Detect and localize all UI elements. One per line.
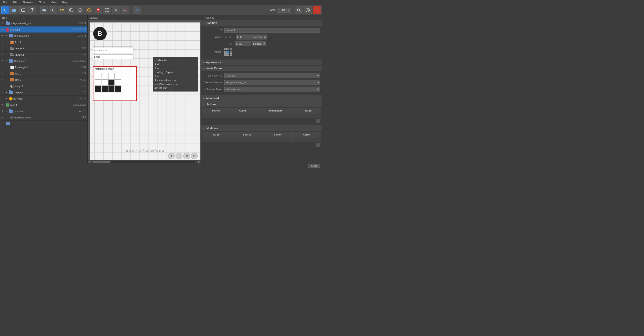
anchor-tr[interactable] bbox=[230, 48, 232, 50]
tools-tool[interactable] bbox=[313, 6, 321, 14]
tree-item-text2a[interactable]: 👁 T Text 2 ↓0,5 bbox=[0, 39, 88, 45]
tree-item-image2[interactable]: 👁 Image 2 ↓0,67 bbox=[0, 52, 88, 58]
tree-item-text2c[interactable]: 👁 T Text 2 ↓0,129 bbox=[0, 77, 88, 83]
advanced-section-header[interactable]: ▶ Advanced bbox=[201, 95, 322, 101]
tree-item-container1[interactable]: 👁 ▼ Container 1 ↓1.50%,3.00% bbox=[0, 58, 88, 64]
actions-section-header[interactable]: ▼ Actions bbox=[201, 101, 322, 107]
mod-factor-1[interactable] bbox=[263, 137, 293, 142]
tree-item-sdb-materials[interactable]: 👁 ▼ sdb_materials ↓15,271 bbox=[0, 33, 88, 39]
anchor-mc[interactable] bbox=[227, 51, 229, 53]
mat-cell-3[interactable] bbox=[108, 73, 114, 79]
mat-cell-2[interactable] bbox=[102, 73, 108, 79]
scrollbar-track[interactable] bbox=[92, 161, 196, 163]
action-action-1[interactable] bbox=[230, 113, 256, 118]
undo-tool[interactable]: ↩ bbox=[133, 6, 141, 14]
scroll-right[interactable]: ▶ bbox=[198, 160, 201, 163]
eye-icon[interactable]: 👁 bbox=[1, 85, 5, 87]
crosshair-tool[interactable] bbox=[76, 6, 84, 14]
rectangle-tool[interactable] bbox=[19, 6, 28, 14]
mat-cell-11[interactable] bbox=[108, 86, 114, 92]
mat-cell-8[interactable] bbox=[115, 79, 121, 86]
node-marker-section-header[interactable]: ▼ Node Marker bbox=[201, 65, 322, 71]
tree-item-text2b[interactable]: 👁 T Text 2 ↓0,95 bbox=[0, 70, 88, 77]
globe-tool[interactable] bbox=[67, 6, 75, 14]
appearance-section-header[interactable]: ▶ Appearance bbox=[201, 59, 322, 65]
tree-item-userdata[interactable]: 👁 ▼ userdata ◆0,-10 bbox=[0, 108, 88, 114]
canvas-content[interactable]: B <b>$(ut)</b> $(uo) material selection bbox=[88, 20, 201, 160]
anchor-mr[interactable] bbox=[230, 51, 232, 53]
menu-file[interactable]: File bbox=[2, 0, 8, 4]
anchor-ml[interactable] bbox=[224, 51, 227, 53]
pointer-tool[interactable] bbox=[49, 6, 57, 14]
mat-cell-5[interactable] bbox=[95, 79, 101, 86]
select-tool[interactable] bbox=[1, 6, 10, 14]
expand-icon[interactable]: ▶ bbox=[6, 91, 8, 94]
tree-item-image3[interactable]: 👁 Image 3 ↓0,30 bbox=[0, 45, 88, 52]
tree-content[interactable]: 👁 sdb_materials_not ↓15,271 👁 Marker 1 ↓… bbox=[0, 20, 88, 163]
x-unit-select[interactable]: percent px bbox=[252, 34, 267, 39]
anchor-bl[interactable] bbox=[224, 53, 227, 56]
menu-elements[interactable]: Elements bbox=[22, 0, 34, 4]
anchor-tc[interactable] bbox=[227, 48, 229, 50]
compass-tool[interactable] bbox=[85, 6, 93, 14]
add-action-button[interactable]: + bbox=[316, 119, 320, 123]
eye-icon[interactable]: 👁 bbox=[1, 41, 5, 43]
search-tool[interactable] bbox=[295, 6, 303, 14]
mod-target-1[interactable] bbox=[202, 137, 231, 142]
expand-icon[interactable]: ▼ bbox=[6, 60, 8, 62]
image-tool[interactable] bbox=[40, 6, 48, 14]
tree-item-sdb-materials-not[interactable]: 👁 sdb_materials_not ↓15,271 bbox=[0, 20, 88, 26]
mod-source-1[interactable] bbox=[231, 137, 263, 142]
clone-active-select[interactable]: sdb_materials bbox=[224, 87, 320, 92]
eye-icon[interactable]: 👁 bbox=[1, 66, 5, 68]
menu-help[interactable]: Help bbox=[61, 0, 68, 4]
position-section-header[interactable]: ▼ Position bbox=[201, 20, 322, 26]
mat-cell-9[interactable] bbox=[95, 86, 101, 92]
menu-tools[interactable]: Tools bbox=[38, 0, 46, 4]
tour-node-select[interactable]: material bbox=[224, 73, 320, 78]
tree-item-bottom[interactable] bbox=[0, 121, 88, 127]
mat-cell-10[interactable] bbox=[102, 86, 108, 92]
scroll-left[interactable]: ◀ bbox=[88, 160, 91, 163]
text-tool[interactable]: T bbox=[28, 6, 36, 14]
menu-view[interactable]: View bbox=[50, 0, 58, 4]
anchor-tl[interactable] bbox=[224, 48, 227, 50]
close-button[interactable]: Close bbox=[308, 164, 320, 168]
eye-icon[interactable]: 👁 bbox=[1, 72, 5, 75]
material-selection-box[interactable]: material selection bbox=[93, 66, 137, 101]
eye-icon[interactable]: 👁 bbox=[1, 116, 5, 119]
ctrl-settings[interactable]: ⚙ bbox=[191, 153, 198, 159]
id-input[interactable] bbox=[224, 28, 320, 33]
expand-icon[interactable]: ▼ bbox=[6, 110, 8, 112]
eye-icon[interactable]: 👁 bbox=[1, 28, 5, 31]
tree-item-ht-node[interactable]: ▶ ht_node ↓76,128 bbox=[0, 96, 88, 102]
y-input[interactable] bbox=[235, 41, 251, 46]
menu-edit[interactable]: Edit bbox=[12, 0, 18, 4]
eye-icon[interactable]: 👁 bbox=[1, 104, 5, 106]
ctrl-minus[interactable]: − bbox=[176, 153, 182, 159]
mod-offset-1[interactable] bbox=[293, 137, 321, 142]
play-tool[interactable] bbox=[112, 6, 120, 14]
y-unit-select[interactable]: percent px bbox=[252, 41, 266, 46]
anchor-bc[interactable] bbox=[227, 53, 229, 56]
expand-icon[interactable]: ▼ bbox=[6, 35, 8, 37]
svg-tool[interactable]: SVG bbox=[58, 6, 66, 14]
open-tool[interactable] bbox=[10, 6, 18, 14]
tree-item-marker1[interactable]: 👁 Marker 1 ↓1.50%,54.20% bbox=[0, 26, 88, 33]
zoom-select[interactable]: 100% 75% 125% 150% bbox=[277, 8, 291, 12]
tree-item-map-pin[interactable]: ▶ map pin ↓0,0 bbox=[0, 89, 88, 96]
action-target-1[interactable] bbox=[296, 113, 321, 118]
mat-cell-6[interactable] bbox=[102, 79, 108, 86]
expand-icon[interactable]: ▶ bbox=[6, 98, 8, 100]
scrollbar-thumb[interactable] bbox=[92, 161, 110, 163]
action-source-1[interactable] bbox=[202, 113, 230, 118]
ctrl-plus[interactable]: + bbox=[168, 153, 175, 159]
mat-cell-4[interactable] bbox=[115, 73, 121, 79]
map-tool[interactable] bbox=[103, 6, 111, 14]
modifiers-section-header[interactable]: ▼ Modifiers bbox=[201, 125, 322, 131]
clone-normal-select[interactable]: sdb_materials_not bbox=[224, 80, 320, 85]
eye-icon[interactable]: 👁 bbox=[1, 78, 5, 81]
palette-tool[interactable] bbox=[304, 6, 312, 14]
tree-item-userdata-close[interactable]: 👁 ✕ userdata_close ↓207,1 bbox=[0, 114, 88, 121]
location-tool[interactable] bbox=[94, 6, 102, 14]
